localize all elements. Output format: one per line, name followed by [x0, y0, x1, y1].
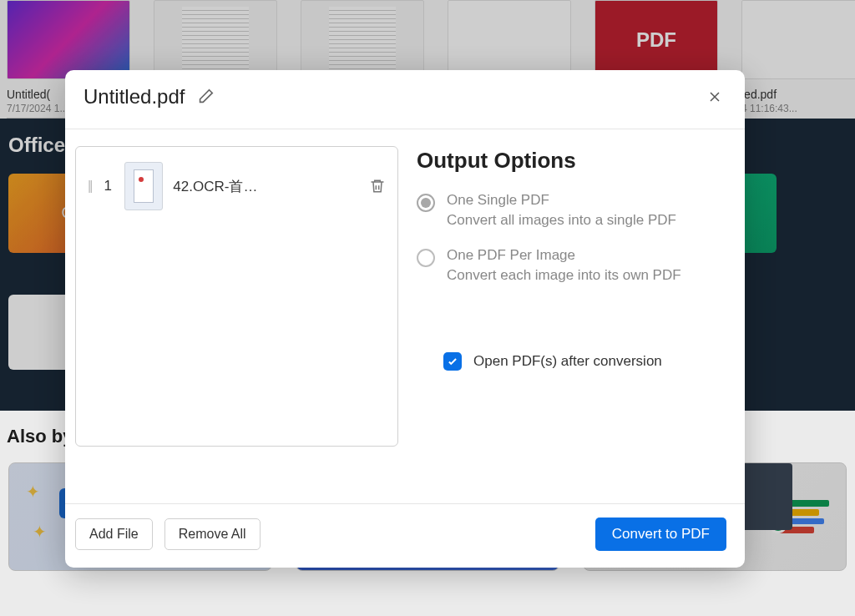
file-list: || 1 42.OCR-首… [75, 146, 398, 447]
close-button[interactable] [703, 85, 726, 109]
radio-one-single-pdf[interactable]: One Single PDF Convert all images into a… [417, 192, 726, 229]
options-heading: Output Options [417, 148, 726, 174]
dialog-footer: Add File Remove All Convert to PDF [65, 503, 745, 568]
trash-icon [369, 178, 386, 194]
file-index: 1 [101, 178, 114, 194]
radio-one-pdf-per-image[interactable]: One PDF Per Image Convert each image int… [417, 247, 726, 284]
dialog-title: Untitled.pdf [83, 85, 185, 109]
dialog-body: || 1 42.OCR-首… Output Options One Single… [65, 129, 745, 503]
edit-title-button[interactable] [196, 88, 215, 106]
output-options: Output Options One Single PDF Convert al… [417, 146, 726, 503]
dialog-header: Untitled.pdf [65, 70, 745, 129]
close-icon [706, 88, 723, 105]
add-file-button[interactable]: Add File [75, 518, 153, 550]
convert-to-pdf-button[interactable]: Convert to PDF [595, 518, 726, 551]
drag-handle-icon[interactable]: || [88, 179, 91, 194]
delete-file-button[interactable] [369, 178, 386, 194]
file-name: 42.OCR-首… [173, 177, 359, 196]
checkmark-icon [447, 356, 458, 367]
radio-label: One Single PDF [447, 192, 676, 209]
checkbox-label: Open PDF(s) after conversion [473, 353, 662, 370]
radio-indicator [417, 249, 435, 267]
radio-description: Convert all images into a single PDF [447, 212, 676, 229]
open-after-conversion-checkbox[interactable]: Open PDF(s) after conversion [443, 352, 726, 371]
convert-to-pdf-dialog: Untitled.pdf || 1 42.OCR-首… Output Optio… [65, 70, 745, 568]
checkbox-indicator [443, 352, 462, 371]
file-list-item[interactable]: || 1 42.OCR-首… [81, 154, 392, 219]
radio-description: Convert each image into its own PDF [447, 267, 681, 284]
remove-all-button[interactable]: Remove All [164, 518, 261, 550]
file-thumbnail [124, 162, 163, 210]
pencil-icon [196, 88, 215, 106]
radio-label: One PDF Per Image [447, 247, 681, 264]
radio-indicator [417, 194, 435, 212]
